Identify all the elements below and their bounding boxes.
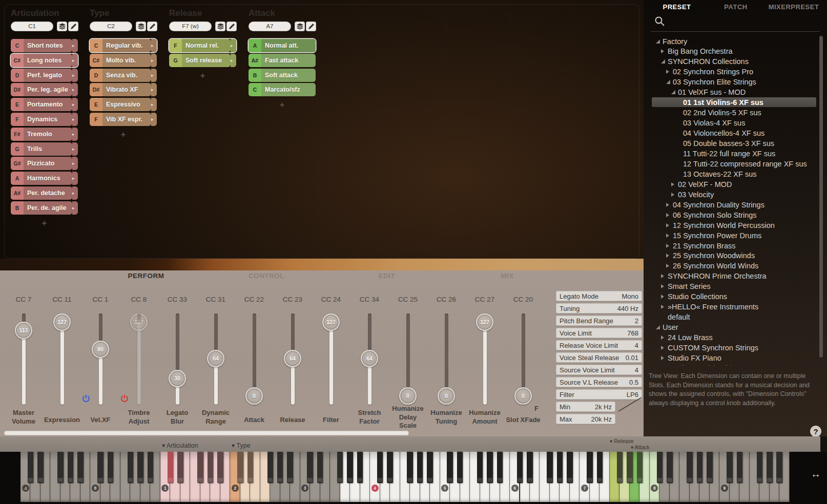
slot-attack-marcato-sfz[interactable]: CMarcato/sfz [249, 83, 316, 96]
black-key-49[interactable] [307, 452, 313, 483]
tree-item-studio-collections[interactable]: Studio Collections [661, 292, 727, 302]
slider-knob[interactable]: 0 [245, 387, 263, 405]
tree-item--hello-free-instruments[interactable]: »HELLO« Free Instruments [661, 302, 758, 312]
black-key-128[interactable] [767, 452, 773, 483]
power-toggle-icon-on[interactable] [82, 394, 91, 405]
slot-type-molto-vib-[interactable]: C#Molto vib.▸ [90, 54, 157, 67]
expanded-triangle-icon[interactable] [671, 90, 675, 94]
slot-attack-normal-att-[interactable]: ANormal att. [249, 39, 316, 52]
slot-articulation-harmonics[interactable]: AHarmonics▸ [11, 172, 78, 185]
black-key-130[interactable] [776, 452, 782, 483]
tree-item-24-low-brass[interactable]: 24 Low Brass [661, 333, 713, 343]
black-key-102[interactable] [617, 452, 623, 483]
collapsed-triangle-icon[interactable] [666, 244, 669, 248]
collapsed-triangle-icon[interactable] [666, 223, 669, 227]
search-icon[interactable] [654, 15, 666, 28]
setting-row-pitch-bend-range[interactable]: Pitch Bend Range2 [556, 316, 642, 326]
collapsed-triangle-icon[interactable] [661, 284, 664, 288]
black-key-78[interactable] [477, 452, 483, 483]
slider-knob[interactable]: 127 [130, 313, 148, 331]
slider-knob[interactable]: 127 [476, 313, 493, 331]
slot-type-vib-xf-espr-[interactable]: FVib XF espr.▸ [90, 113, 157, 126]
black-key-42[interactable] [267, 452, 274, 483]
slider-knob[interactable]: 64 [361, 350, 378, 367]
tree-item-studio-fx-piano[interactable]: Studio FX Piano [661, 353, 721, 363]
edit-pencil-button[interactable] [147, 22, 157, 31]
layers-button[interactable] [136, 22, 146, 31]
black-key-68[interactable] [417, 452, 423, 483]
slot-attack-fast-attack[interactable]: A#Fast attack [249, 54, 316, 67]
black-key-66[interactable] [407, 452, 413, 483]
sidebar-tab-patch[interactable]: PATCH [724, 3, 747, 11]
collapsed-triangle-icon[interactable] [671, 193, 674, 197]
black-key-73[interactable] [447, 452, 453, 483]
setting-row-voice-steal-release[interactable]: Voice Steal Release0.01 [556, 352, 642, 363]
tree-item-smart-series[interactable]: Smart Series [661, 282, 711, 291]
sidebar-tab-preset[interactable]: PRESET [663, 3, 691, 11]
layers-button[interactable] [57, 22, 67, 31]
slider-knob[interactable]: 113 [15, 322, 32, 339]
tree-item-big-bang-orchestra[interactable]: Big Bang Orchestra [661, 47, 733, 56]
black-key-30[interactable] [197, 452, 203, 483]
dimension-range-label-attack[interactable]: ▾ Attack [631, 444, 650, 450]
black-key-61[interactable] [377, 452, 383, 483]
collapsed-triangle-icon[interactable] [661, 274, 664, 278]
black-key-44[interactable] [277, 452, 283, 483]
slot-key-input[interactable]: C2 [90, 22, 132, 31]
collapsed-triangle-icon[interactable] [666, 213, 669, 217]
dimension-range-label-release[interactable]: ▾ Release [610, 438, 634, 444]
slider-knob[interactable]: 127 [53, 313, 71, 331]
slot-articulation-dynamics[interactable]: FDynamics▸ [11, 113, 78, 126]
tree-item-06-synchron-solo-strings[interactable]: 06 Synchron Solo Strings [666, 210, 757, 220]
collapsed-triangle-icon[interactable] [666, 264, 669, 268]
black-key-104[interactable] [627, 452, 633, 483]
collapsed-triangle-icon[interactable] [661, 335, 664, 340]
tree-item-01-1st-violins-6-xf-sus[interactable]: 01 1st Violins-6 XF sus [676, 98, 763, 108]
slot-key-input[interactable]: F7 (w) [169, 22, 212, 31]
tree-item-12-synchron-world-percussion[interactable]: 12 Synchron World Percussion [666, 220, 775, 230]
black-key-27[interactable] [177, 452, 183, 483]
setting-row-source-v-l-release[interactable]: Source V.L Release0.5 [556, 377, 642, 387]
black-key-111[interactable] [667, 452, 673, 483]
slot-type-espressivo[interactable]: EEspressivo▸ [90, 98, 157, 111]
tree-item-synchron-prime-orchestra[interactable]: SYNCHRON Prime Orchestra [661, 271, 767, 281]
add-slot-button[interactable]: + [90, 130, 157, 139]
slider-knob[interactable]: 80 [92, 341, 109, 358]
add-slot-button[interactable]: + [11, 219, 78, 228]
tab-perform[interactable]: PERFORM [128, 272, 164, 280]
tree-item-25-synchron-woodwinds[interactable]: 25 Synchron Woodwinds [666, 251, 755, 261]
black-key-121[interactable] [727, 452, 733, 483]
dimension-range-label-articulation[interactable]: ▾ Articulation [162, 442, 198, 449]
black-key-126[interactable] [757, 452, 763, 483]
slot-articulation-per-leg-agile[interactable]: D#Per. leg. agile▸ [11, 83, 78, 96]
black-key-90[interactable] [547, 452, 553, 483]
slot-articulation-pizzicato[interactable]: G#Pizzicato▸ [11, 157, 78, 170]
black-key-99[interactable] [597, 452, 603, 483]
slot-key-input[interactable]: A7 [249, 22, 291, 31]
setting-row-voice-limit[interactable]: Voice Limit768 [556, 328, 642, 338]
tree-item-02-velxf-mod[interactable]: 02 VelXF - MOD [671, 179, 732, 189]
tree-item-02-synchron-strings-pro[interactable]: 02 Synchron Strings Pro [666, 67, 753, 77]
black-key-123[interactable] [737, 452, 743, 483]
layers-button[interactable] [215, 22, 225, 31]
black-key-20[interactable] [137, 452, 143, 483]
black-key-13[interactable] [97, 452, 104, 483]
black-key-46[interactable] [287, 452, 293, 483]
setting-row-release-voice-limit[interactable]: Release Voice Limit4 [556, 340, 642, 350]
slot-articulation-tremolo[interactable]: F#Tremolo▸ [11, 128, 78, 141]
black-key-58[interactable] [357, 452, 363, 483]
collapsed-triangle-icon[interactable] [661, 346, 664, 350]
sidebar-tab-mixerpreset[interactable]: MIXERPRESET [769, 3, 819, 11]
slot-articulation-per-detache[interactable]: A#Per. detache▸ [11, 186, 78, 200]
black-key-54[interactable] [337, 452, 343, 483]
slot-articulation-short-notes[interactable]: CShort notes▸ [11, 39, 78, 52]
collapsed-triangle-icon[interactable] [666, 254, 669, 258]
slot-type-regular-vib-[interactable]: CRegular vib.▸ [90, 39, 157, 52]
collapsed-triangle-icon[interactable] [661, 49, 664, 53]
black-key-109[interactable] [657, 452, 663, 483]
black-key-51[interactable] [317, 452, 323, 483]
horizontal-scrollbar[interactable] [4, 431, 409, 435]
expanded-triangle-icon[interactable] [656, 39, 660, 44]
black-key-87[interactable] [527, 452, 533, 483]
slot-type-senza-vib-[interactable]: DSenza vib.▸ [90, 69, 157, 82]
